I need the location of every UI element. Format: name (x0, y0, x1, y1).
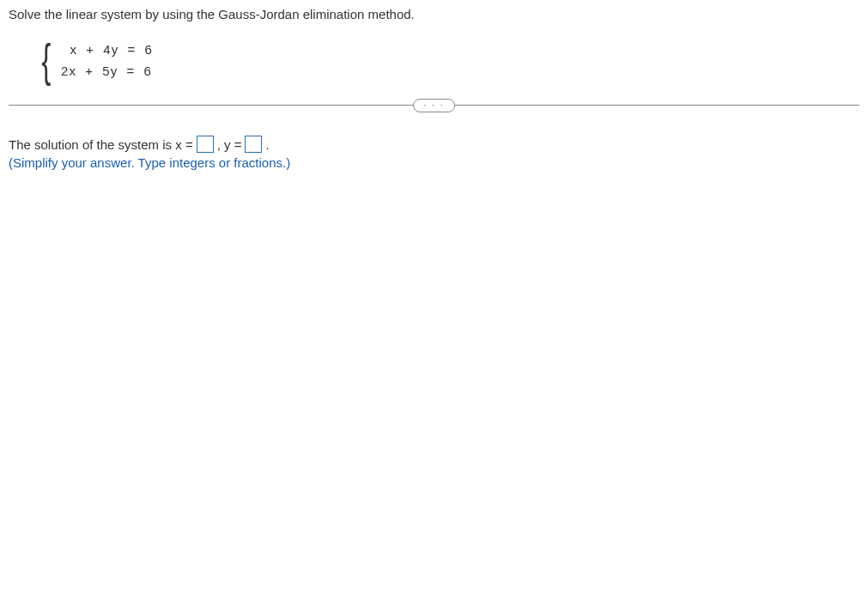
answer-instruction: (Simplify your answer. Type integers or … (9, 155, 859, 170)
equation-system: { x + 4y = 6 2x + 5y = 6 (39, 37, 859, 83)
answer-prefix: The solution of the system is x = (9, 137, 193, 152)
answer-section: The solution of the system is x = , y = … (9, 136, 859, 170)
left-brace: { (42, 37, 52, 83)
equations-block: x + 4y = 6 2x + 5y = 6 (61, 42, 153, 78)
question-prompt: Solve the linear system by using the Gau… (9, 7, 859, 21)
equation-2: 2x + 5y = 6 (61, 64, 153, 78)
equation-1: x + 4y = 6 (61, 42, 153, 57)
answer-input-x[interactable] (197, 136, 214, 153)
expand-button[interactable]: · · · (413, 99, 456, 112)
answer-input-y[interactable] (245, 136, 262, 153)
answer-mid: , y = (217, 137, 242, 152)
divider-container: · · · (9, 105, 859, 106)
answer-suffix: . (265, 137, 269, 152)
answer-line: The solution of the system is x = , y = … (9, 136, 859, 153)
